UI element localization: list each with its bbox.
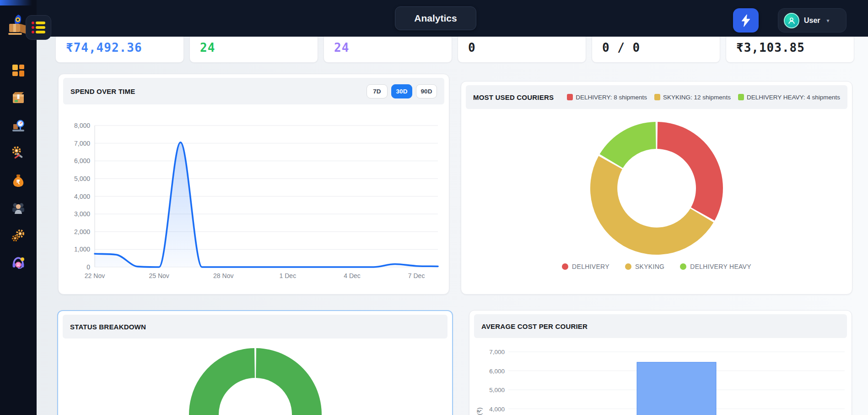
svg-text:8,000: 8,000	[74, 122, 90, 129]
svg-text:₹: ₹	[16, 179, 21, 186]
svg-text:6,000: 6,000	[74, 157, 90, 164]
stat-value: 24	[334, 41, 349, 55]
support-headset-icon	[11, 255, 26, 271]
svg-text:6,000: 6,000	[489, 368, 505, 375]
stat-value: 0 / 0	[602, 41, 640, 55]
legend-label: DELHIVERY HEAVY	[690, 263, 751, 270]
status-card-header: STATUS BREAKDOWN	[63, 315, 447, 339]
users-icon	[11, 200, 26, 216]
legend-label: DELHIVERY	[572, 263, 609, 270]
person-icon	[787, 16, 796, 25]
menu-toggle-button[interactable]	[26, 15, 51, 40]
page-title: Analytics	[395, 6, 476, 30]
svg-text:5,000: 5,000	[74, 175, 90, 182]
svg-text:1 Dec: 1 Dec	[280, 272, 297, 279]
status-card-title: STATUS BREAKDOWN	[70, 323, 146, 331]
gears-icon	[11, 228, 26, 243]
svg-text:2,000: 2,000	[74, 228, 90, 235]
legend-swatch	[567, 94, 573, 100]
shipping-scale-icon	[11, 118, 26, 133]
grid-dashboard-icon	[11, 63, 26, 78]
range-toggle-group: 7D30D90D	[367, 84, 437, 98]
user-name: User	[804, 16, 820, 25]
spend-card-header: SPEND OVER TIME 7D30D90D	[63, 78, 444, 104]
analytics-dashboard: ₹ Analytics User ▾ ₹74,492.	[0, 0, 868, 415]
quick-actions-button[interactable]	[733, 8, 759, 33]
spend-over-time-card: SPEND OVER TIME 7D30D90D 01,0002,0003,00…	[58, 74, 449, 295]
svg-text:4,000: 4,000	[74, 193, 90, 200]
legend-label: DELHIVERY HEAVY: 4 shipments	[747, 94, 840, 101]
svg-text:4,000: 4,000	[489, 406, 505, 413]
couriers-legend-top: DELHIVERY: 8 shipmentsSKYKING: 12 shipme…	[567, 94, 840, 101]
svg-text:7,000: 7,000	[74, 140, 90, 147]
spend-area-chart: 01,0002,0003,0004,0005,0006,0007,0008,00…	[64, 111, 444, 285]
top-navbar: Analytics User ▾	[37, 0, 868, 37]
sidebar-item-users[interactable]	[0, 198, 37, 218]
legend-item[interactable]: DELHIVERY HEAVY: 4 shipments	[738, 94, 840, 101]
sidebar: ₹	[0, 0, 37, 415]
sidebar-item-tools[interactable]	[0, 143, 37, 163]
hamburger-icon	[31, 20, 46, 35]
avg-cost-card-title: AVERAGE COST PER COURIER	[481, 322, 588, 330]
svg-text:4 Dec: 4 Dec	[344, 272, 361, 279]
donut-legend-item[interactable]: SKYKING	[625, 263, 664, 270]
svg-text:Cost (₹): Cost (₹)	[476, 407, 483, 415]
stat-value: 0	[468, 41, 476, 55]
user-avatar	[784, 13, 799, 28]
donut-legend-item[interactable]: DELHIVERY	[562, 263, 609, 270]
sidebar-item-shipping-scale[interactable]	[0, 115, 37, 136]
couriers-card-header: MOST USED COURIERS DELHIVERY: 8 shipment…	[466, 85, 847, 109]
legend-dot	[680, 263, 686, 270]
tools-icon	[11, 145, 26, 161]
main-content: ₹74,492.36242400 / 0₹3,103.85 SPEND OVER…	[37, 0, 868, 415]
package-icon	[11, 90, 26, 106]
sidebar-item-package[interactable]	[0, 88, 37, 108]
sidebar-item-grid-dashboard[interactable]	[0, 60, 37, 81]
range-7d-button[interactable]: 7D	[367, 84, 388, 98]
stat-value: ₹74,492.36	[66, 41, 142, 55]
legend-item[interactable]: DELHIVERY: 8 shipments	[567, 94, 647, 101]
donut-legend-item[interactable]: DELHIVERY HEAVY	[680, 263, 751, 270]
chevron-down-icon: ▾	[827, 17, 830, 24]
svg-text:1,000: 1,000	[74, 246, 90, 253]
avg-cost-bar-chart: 01,0002,0003,0004,0005,0006,0007,000Cost…	[469, 336, 852, 415]
svg-text:22 Nov: 22 Nov	[85, 272, 105, 279]
couriers-donut-chart	[461, 107, 852, 263]
legend-item[interactable]: SKYKING: 12 shipments	[654, 94, 731, 101]
sidebar-item-gears[interactable]	[0, 225, 37, 246]
legend-dot	[625, 263, 631, 270]
sidebar-item-money-bag[interactable]: ₹	[0, 170, 37, 191]
stat-value: ₹3,103.85	[736, 41, 805, 55]
legend-swatch	[738, 94, 744, 100]
svg-text:5,000: 5,000	[489, 387, 505, 393]
user-menu[interactable]: User ▾	[778, 8, 846, 33]
stat-value: 24	[200, 41, 215, 55]
legend-label: DELHIVERY: 8 shipments	[576, 94, 647, 101]
svg-text:7 Dec: 7 Dec	[408, 272, 425, 279]
status-donut-chart	[58, 339, 452, 415]
legend-swatch	[654, 94, 660, 100]
svg-text:28 Nov: 28 Nov	[213, 272, 233, 279]
legend-dot	[562, 263, 568, 270]
sidebar-top-accent	[0, 0, 32, 5]
svg-text:7,000: 7,000	[489, 349, 505, 355]
spend-card-title: SPEND OVER TIME	[70, 87, 135, 95]
sidebar-item-support-headset[interactable]	[0, 253, 37, 273]
status-breakdown-card: STATUS BREAKDOWN	[57, 310, 453, 415]
avg-cost-card-header: AVERAGE COST PER COURIER	[474, 314, 847, 338]
average-cost-per-courier-card: AVERAGE COST PER COURIER 01,0002,0003,00…	[469, 310, 852, 415]
money-bag-icon: ₹	[11, 173, 26, 188]
svg-text:25 Nov: 25 Nov	[149, 272, 169, 279]
svg-text:3,000: 3,000	[74, 210, 90, 218]
most-used-couriers-card: MOST USED COURIERS DELHIVERY: 8 shipment…	[461, 81, 852, 295]
range-90d-button[interactable]: 90D	[416, 84, 437, 98]
couriers-legend-bottom: DELHIVERYSKYKINGDELHIVERY HEAVY	[461, 263, 852, 270]
legend-label: SKYKING	[635, 263, 664, 270]
legend-label: SKYKING: 12 shipments	[663, 94, 731, 101]
lightning-icon	[740, 14, 752, 27]
svg-text:0: 0	[86, 263, 90, 271]
range-30d-button[interactable]: 30D	[391, 84, 412, 98]
couriers-card-title: MOST USED COURIERS	[473, 93, 554, 101]
